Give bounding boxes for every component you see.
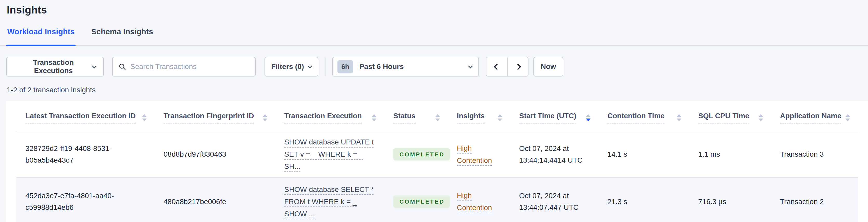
- sort-icon: [435, 114, 440, 121]
- column-header-latest-execution-id[interactable]: Latest Transaction Execution ID: [17, 101, 154, 131]
- execution-type-label: Transaction Executions: [14, 58, 93, 75]
- sql-cpu-time-cell: 1.1 ms: [689, 131, 771, 178]
- toolbar: Transaction Executions Filters (0) 6h Pa…: [6, 57, 868, 76]
- filters-label: Filters (0): [271, 63, 304, 71]
- status-cell: COMPLETED: [384, 178, 448, 222]
- sort-icon: [498, 114, 502, 121]
- insights-cell: High Contention: [448, 131, 510, 178]
- now-button[interactable]: Now: [533, 57, 563, 76]
- sort-icon: [758, 114, 763, 121]
- results-count: 1-2 of 2 transaction insights: [7, 86, 868, 94]
- chevron-down-icon: [468, 64, 473, 68]
- sort-icon: [263, 114, 267, 121]
- sort-icon: [372, 114, 376, 121]
- transaction-execution-cell: SHOW database UPDATE t SET v = _ WHERE k…: [275, 131, 384, 178]
- time-range-label: Past 6 Hours: [359, 63, 463, 71]
- search-box: [112, 57, 256, 76]
- high-contention-link[interactable]: High Contention: [457, 191, 492, 212]
- contention-time-cell: 14.1 s: [598, 131, 689, 178]
- start-time-cell: Oct 07, 2024 at 13:44:07.447 UTC: [510, 178, 598, 222]
- insights-table-card: Latest Transaction Execution ID Transact…: [6, 101, 868, 222]
- sort-icon: [677, 114, 681, 121]
- application-name-cell: Transaction 2: [771, 178, 858, 222]
- status-badge: COMPLETED: [393, 195, 450, 208]
- fingerprint-id-cell: 08d8b7d97f830463: [154, 131, 275, 178]
- column-header-status[interactable]: Status: [384, 101, 448, 131]
- execution-type-dropdown[interactable]: Transaction Executions: [6, 57, 104, 76]
- column-header-sql-cpu-time[interactable]: SQL CPU Time: [689, 101, 771, 131]
- tab-schema-insights[interactable]: Schema Insights: [91, 27, 153, 45]
- sort-icon: [845, 114, 850, 121]
- toolbar-divider: [326, 57, 326, 76]
- fingerprint-id-cell: 480a8b217be006fe: [154, 178, 275, 222]
- table-header-row: Latest Transaction Execution ID Transact…: [17, 101, 858, 131]
- table-row: 328729d2-ff19-4408-8531-b05a5b4e43c7 08d…: [17, 131, 858, 178]
- contention-time-cell: 21.3 s: [598, 178, 689, 222]
- page-title: Insights: [0, 0, 868, 16]
- time-next-button[interactable]: [507, 57, 528, 76]
- transaction-execution-link[interactable]: SHOW database UPDATE t SET v = _ WHERE k…: [284, 138, 374, 170]
- column-header-fingerprint-id[interactable]: Transaction Fingerprint ID: [154, 101, 275, 131]
- sql-cpu-time-cell: 716.3 µs: [689, 178, 771, 222]
- filters-button[interactable]: Filters (0): [265, 57, 318, 76]
- transaction-insights-table: Latest Transaction Execution ID Transact…: [17, 101, 858, 222]
- chevron-left-icon: [494, 64, 500, 70]
- time-prev-button[interactable]: [487, 57, 507, 76]
- high-contention-link[interactable]: High Contention: [457, 144, 492, 164]
- column-header-start-time[interactable]: Start Time (UTC): [510, 101, 598, 131]
- search-input[interactable]: [130, 63, 249, 71]
- search-icon: [118, 63, 126, 70]
- latest-execution-id-cell: 452da3e7-e7fa-4801-aa40-c59988d14eb6: [17, 178, 154, 222]
- sort-desc-icon: [586, 114, 591, 121]
- insights-page: Insights Workload Insights Schema Insigh…: [0, 0, 868, 222]
- time-range-picker[interactable]: 6h Past 6 Hours: [332, 57, 479, 76]
- insights-cell: High Contention: [448, 178, 510, 222]
- start-time-cell: Oct 07, 2024 at 13:44:14.4414 UTC: [510, 131, 598, 178]
- tab-workload-insights[interactable]: Workload Insights: [7, 27, 74, 45]
- latest-execution-id-cell: 328729d2-ff19-4408-8531-b05a5b4e43c7: [17, 131, 154, 178]
- status-badge: COMPLETED: [393, 148, 450, 161]
- column-header-insights[interactable]: Insights: [448, 101, 510, 131]
- transaction-execution-cell: SHOW database SELECT * FROM t WHERE k = …: [275, 178, 384, 222]
- table-row: 452da3e7-e7fa-4801-aa40-c59988d14eb6 480…: [17, 178, 858, 222]
- time-pager: [486, 57, 528, 76]
- application-name-cell: Transaction 3: [771, 131, 858, 178]
- column-header-contention-time[interactable]: Contention Time: [598, 101, 689, 131]
- tab-bar: Workload Insights Schema Insights: [0, 27, 868, 46]
- transaction-execution-link[interactable]: SHOW database SELECT * FROM t WHERE k = …: [284, 185, 374, 218]
- sort-icon: [142, 114, 147, 121]
- time-range-badge: 6h: [337, 60, 353, 73]
- column-header-transaction-execution[interactable]: Transaction Execution: [275, 101, 384, 131]
- chevron-down-icon: [307, 64, 312, 68]
- chevron-right-icon: [515, 64, 521, 70]
- status-cell: COMPLETED: [384, 131, 448, 178]
- column-header-application-name[interactable]: Application Name: [771, 101, 858, 131]
